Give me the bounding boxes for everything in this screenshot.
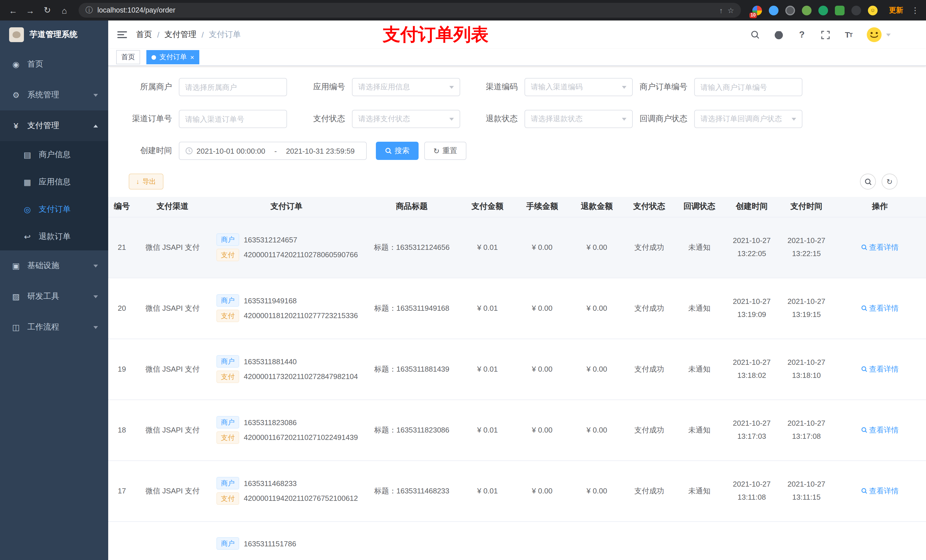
active-dot: [151, 55, 156, 59]
app-select[interactable]: 请选择应用信息: [352, 78, 460, 96]
github-icon[interactable]: [773, 29, 784, 41]
sidebar-item-infrastructure[interactable]: ▣ 基础设施: [0, 251, 108, 281]
field-label: 渠道编码: [460, 82, 525, 92]
back-icon[interactable]: ←: [6, 3, 21, 18]
tab-pay-order[interactable]: 支付订单 ×: [146, 50, 199, 64]
download-icon: ↓: [136, 178, 139, 186]
view-detail-link[interactable]: 查看详情: [861, 303, 899, 313]
sidebar-item-dev-tools[interactable]: ▨ 研发工具: [0, 281, 108, 312]
address-bar[interactable]: ⓘ localhost:1024/pay/order ↑ ☆: [79, 3, 741, 18]
breadcrumb-payment[interactable]: 支付管理: [165, 30, 197, 40]
extension-icon[interactable]: [769, 5, 779, 15]
extension-icon[interactable]: 10: [752, 5, 762, 15]
pay-tag: 支付: [216, 370, 239, 383]
filter-row: 创建时间 2021-10-01 00:00:00 - 2021-10-31 23…: [108, 142, 926, 160]
browser-menu-icon[interactable]: ⋮: [910, 6, 920, 15]
chevron-down-icon: [622, 86, 626, 89]
filter-row: 渠道订单号 支付状态 请选择支付状态 退款状态: [108, 110, 926, 128]
pay-tag: 支付: [216, 432, 239, 444]
field-label: 商户订单编号: [633, 82, 694, 92]
filter-row: 所属商户 应用编号 请选择应用信息 渠道编码: [108, 78, 926, 96]
channel-order-no-input[interactable]: [185, 115, 281, 123]
channel-code-select[interactable]: 请输入渠道编码: [525, 78, 633, 96]
export-button[interactable]: ↓ 导出: [129, 174, 163, 190]
col-header-paid: 支付时间: [779, 197, 834, 217]
merchant-tag: 商户: [216, 355, 239, 368]
search-icon: [385, 147, 392, 154]
chevron-up-icon: [94, 124, 98, 127]
sidebar-item-system[interactable]: ⚙ 系统管理: [0, 80, 108, 110]
chevron-down-icon: [94, 94, 98, 97]
sidebar-item-refund-order[interactable]: ↩ 退款订单: [0, 223, 108, 251]
notify-status-select[interactable]: 请选择订单回调商户状态: [694, 110, 802, 128]
user-avatar-menu[interactable]: [866, 27, 891, 43]
home-icon[interactable]: ⌂: [57, 3, 72, 18]
font-size-icon[interactable]: TT: [843, 29, 854, 41]
merchant-order-no-input[interactable]: [701, 83, 796, 91]
tab-home[interactable]: 首页: [116, 50, 140, 64]
merchant-input[interactable]: [185, 83, 281, 91]
sidebar-item-app-info[interactable]: ▦ 应用信息: [0, 169, 108, 196]
merchant-order-no-field[interactable]: [694, 78, 802, 96]
search-icon[interactable]: [749, 29, 761, 41]
view-detail-link[interactable]: 查看详情: [861, 486, 899, 496]
channel-order-no-field[interactable]: [179, 110, 287, 128]
search-button[interactable]: 搜索: [376, 142, 419, 160]
reset-button[interactable]: ↻ 重置: [424, 142, 466, 160]
fullscreen-icon[interactable]: [820, 29, 831, 41]
pay-tag: 支付: [216, 309, 239, 322]
sidebar-collapse-icon[interactable]: [117, 31, 127, 38]
table-row: 19 微信 JSAPI 支付 商户1635311881440 支付4200001…: [108, 339, 926, 400]
sidebar-item-merchant-info[interactable]: ▤ 商户信息: [0, 141, 108, 169]
refund-status-select[interactable]: 请选择退款状态: [525, 110, 633, 128]
forward-icon[interactable]: →: [23, 3, 38, 18]
url-text: localhost:1024/pay/order: [97, 6, 715, 14]
table-toolbar: ↓ 导出 ↻: [108, 174, 926, 190]
table-row: 21 微信 JSAPI 支付 商户1635312124657 支付4200001…: [108, 217, 926, 278]
sidebar-item-pay-order[interactable]: ◎ 支付订单: [0, 196, 108, 223]
col-header-pay-order: 支付订单: [210, 197, 363, 217]
view-detail-link[interactable]: 查看详情: [861, 242, 899, 252]
site-info-icon[interactable]: ⓘ: [85, 5, 93, 15]
pay-tag: 支付: [216, 249, 239, 261]
logo-image: [9, 27, 24, 42]
extension-icon[interactable]: ☺: [868, 5, 878, 15]
extension-icon[interactable]: [819, 5, 828, 15]
col-header-created: 创建时间: [725, 197, 779, 217]
field-label: 应用编号: [287, 82, 352, 92]
toggle-search-button[interactable]: [860, 174, 876, 190]
close-icon[interactable]: ×: [190, 54, 194, 60]
refresh-table-button[interactable]: ↻: [882, 174, 897, 190]
view-detail-link[interactable]: 查看详情: [861, 425, 899, 435]
reload-icon[interactable]: ↻: [40, 3, 54, 18]
navbar-actions: ? TT: [749, 27, 891, 43]
breadcrumb-home[interactable]: 首页: [136, 30, 152, 40]
extension-icon[interactable]: [785, 5, 795, 15]
chevron-down-icon: [94, 295, 98, 298]
merchant-select[interactable]: [179, 78, 287, 96]
refresh-icon: ↻: [887, 177, 893, 186]
app-logo[interactable]: 芋道管理系统: [0, 21, 108, 49]
sidebar-item-payment[interactable]: ¥ 支付管理: [0, 110, 108, 141]
merchant-tag: 商户: [216, 294, 239, 307]
col-header-amount: 支付金额: [460, 197, 515, 217]
extension-icon[interactable]: [835, 5, 844, 15]
create-time-range-picker[interactable]: 2021-10-01 00:00:00 - 2021-10-31 23:59:5…: [179, 142, 367, 160]
search-icon: [864, 178, 872, 185]
view-detail-link[interactable]: 查看详情: [861, 364, 899, 374]
sidebar-item-workflow[interactable]: ◫ 工作流程: [0, 312, 108, 343]
chevron-down-icon: [449, 86, 454, 89]
col-header-actions: 操作: [834, 197, 926, 217]
gear-icon: ⚙: [11, 91, 21, 100]
refund-icon: ↩: [23, 232, 32, 241]
merchant-tag: 商户: [216, 537, 239, 550]
col-header-channel: 支付渠道: [136, 197, 210, 217]
extension-icon[interactable]: [802, 5, 811, 15]
docs-question-icon[interactable]: ?: [796, 29, 808, 41]
chrome-update-button[interactable]: 更新: [884, 4, 908, 17]
sidebar-item-home[interactable]: ◉ 首页: [0, 49, 108, 80]
extension-icon[interactable]: [851, 5, 861, 15]
share-icon[interactable]: ↑: [719, 6, 723, 15]
bookmark-star-icon[interactable]: ☆: [728, 6, 734, 15]
pay-status-select[interactable]: 请选择支付状态: [352, 110, 460, 128]
